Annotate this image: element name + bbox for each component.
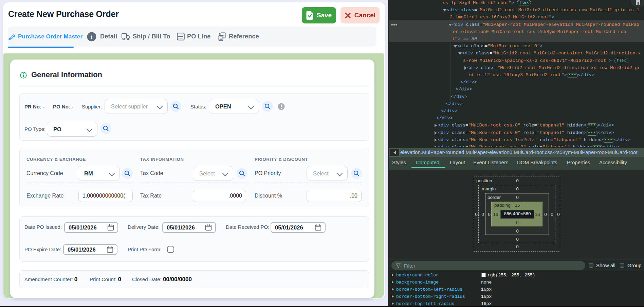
svg-text:i: i — [91, 34, 93, 40]
